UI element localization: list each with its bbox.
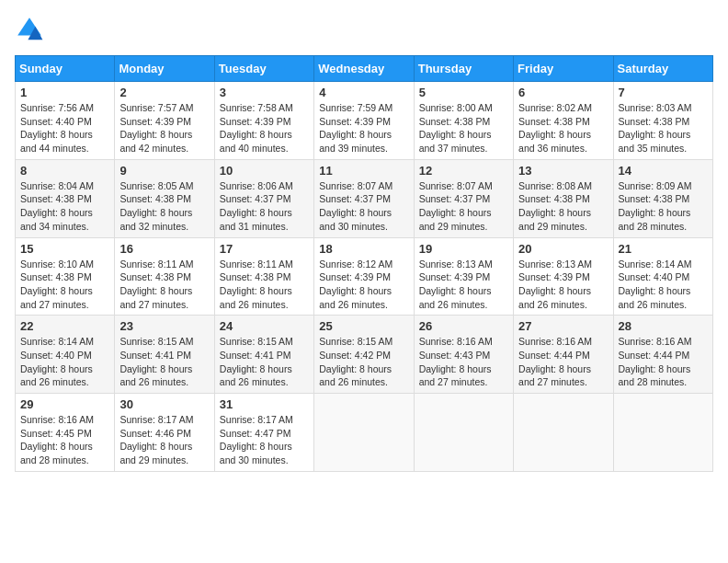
calendar-cell: 7Sunrise: 8:03 AMSunset: 4:38 PMDaylight… (613, 82, 712, 160)
calendar-cell: 17Sunrise: 8:11 AMSunset: 4:38 PMDayligh… (214, 237, 313, 316)
calendar-week-2: 8Sunrise: 8:04 AMSunset: 4:38 PMDaylight… (16, 159, 713, 237)
logo (15, 15, 48, 44)
day-number: 27 (518, 319, 608, 333)
day-number: 14 (619, 164, 708, 178)
calendar-cell: 20Sunrise: 8:13 AMSunset: 4:39 PMDayligh… (514, 237, 613, 316)
day-info: Sunrise: 8:13 AMSunset: 4:39 PMDaylight:… (419, 258, 508, 312)
calendar-cell: 27Sunrise: 8:16 AMSunset: 4:44 PMDayligh… (514, 316, 613, 394)
column-header-wednesday: Wednesday (314, 56, 414, 82)
column-header-sunday: Sunday (16, 56, 115, 82)
day-info: Sunrise: 8:16 AMSunset: 4:45 PMDaylight:… (20, 413, 109, 467)
calendar-cell: 12Sunrise: 8:07 AMSunset: 4:37 PMDayligh… (414, 159, 513, 237)
day-number: 5 (419, 86, 508, 99)
calendar-cell: 10Sunrise: 8:06 AMSunset: 4:37 PMDayligh… (214, 159, 313, 237)
calendar-cell (514, 394, 613, 472)
day-info: Sunrise: 8:16 AMSunset: 4:44 PMDaylight:… (518, 335, 608, 389)
day-info: Sunrise: 8:15 AMSunset: 4:42 PMDaylight:… (319, 335, 408, 389)
day-info: Sunrise: 8:00 AMSunset: 4:38 PMDaylight:… (419, 101, 508, 155)
page-header (15, 15, 713, 44)
day-info: Sunrise: 8:08 AMSunset: 4:38 PMDaylight:… (518, 179, 608, 234)
calendar-cell: 21Sunrise: 8:14 AMSunset: 4:40 PMDayligh… (613, 237, 712, 316)
day-number: 15 (20, 242, 109, 256)
day-number: 12 (419, 164, 508, 178)
calendar-header-row: SundayMondayTuesdayWednesdayThursdayFrid… (16, 56, 713, 82)
calendar-cell: 9Sunrise: 8:05 AMSunset: 4:38 PMDaylight… (115, 159, 214, 237)
day-number: 20 (518, 242, 608, 256)
day-info: Sunrise: 8:15 AMSunset: 4:41 PMDaylight:… (220, 335, 309, 389)
calendar-cell: 4Sunrise: 7:59 AMSunset: 4:39 PMDaylight… (314, 82, 414, 160)
column-header-saturday: Saturday (613, 56, 712, 82)
calendar-cell: 14Sunrise: 8:09 AMSunset: 4:38 PMDayligh… (613, 159, 712, 237)
day-number: 22 (20, 319, 109, 333)
calendar-cell: 3Sunrise: 7:58 AMSunset: 4:39 PMDaylight… (214, 82, 313, 160)
day-number: 24 (220, 319, 309, 333)
calendar-cell: 1Sunrise: 7:56 AMSunset: 4:40 PMDaylight… (16, 82, 115, 160)
calendar-cell (314, 394, 414, 472)
day-info: Sunrise: 8:17 AMSunset: 4:46 PMDaylight:… (119, 413, 209, 467)
calendar-cell: 26Sunrise: 8:16 AMSunset: 4:43 PMDayligh… (414, 316, 513, 394)
calendar-week-5: 29Sunrise: 8:16 AMSunset: 4:45 PMDayligh… (16, 394, 713, 472)
calendar-cell (613, 394, 712, 472)
day-number: 25 (319, 319, 408, 333)
day-info: Sunrise: 8:07 AMSunset: 4:37 PMDaylight:… (419, 179, 508, 234)
calendar-cell: 19Sunrise: 8:13 AMSunset: 4:39 PMDayligh… (414, 237, 513, 316)
calendar-cell: 13Sunrise: 8:08 AMSunset: 4:38 PMDayligh… (514, 159, 613, 237)
day-info: Sunrise: 8:04 AMSunset: 4:38 PMDaylight:… (20, 179, 109, 234)
day-number: 28 (619, 319, 708, 333)
calendar-cell: 6Sunrise: 8:02 AMSunset: 4:38 PMDaylight… (514, 82, 613, 160)
day-number: 29 (20, 397, 109, 411)
day-info: Sunrise: 8:11 AMSunset: 4:38 PMDaylight:… (119, 258, 209, 312)
calendar-table: SundayMondayTuesdayWednesdayThursdayFrid… (15, 55, 713, 472)
day-number: 10 (220, 164, 309, 178)
day-info: Sunrise: 8:06 AMSunset: 4:37 PMDaylight:… (220, 179, 309, 234)
calendar-cell: 29Sunrise: 8:16 AMSunset: 4:45 PMDayligh… (16, 394, 115, 472)
logo-icon (15, 15, 44, 44)
calendar-cell: 31Sunrise: 8:17 AMSunset: 4:47 PMDayligh… (214, 394, 313, 472)
day-number: 23 (119, 319, 209, 333)
column-header-monday: Monday (115, 56, 214, 82)
calendar-cell: 25Sunrise: 8:15 AMSunset: 4:42 PMDayligh… (314, 316, 414, 394)
calendar-cell: 28Sunrise: 8:16 AMSunset: 4:44 PMDayligh… (613, 316, 712, 394)
day-number: 26 (419, 319, 508, 333)
day-number: 13 (518, 164, 608, 178)
day-number: 21 (619, 242, 708, 256)
day-info: Sunrise: 8:10 AMSunset: 4:38 PMDaylight:… (20, 258, 109, 312)
day-info: Sunrise: 8:12 AMSunset: 4:39 PMDaylight:… (319, 258, 408, 312)
day-number: 6 (518, 86, 608, 99)
day-info: Sunrise: 8:02 AMSunset: 4:38 PMDaylight:… (518, 101, 608, 155)
day-number: 3 (220, 86, 309, 99)
calendar-cell: 11Sunrise: 8:07 AMSunset: 4:37 PMDayligh… (314, 159, 414, 237)
day-info: Sunrise: 8:13 AMSunset: 4:39 PMDaylight:… (518, 258, 608, 312)
day-info: Sunrise: 7:58 AMSunset: 4:39 PMDaylight:… (220, 101, 309, 155)
day-info: Sunrise: 7:56 AMSunset: 4:40 PMDaylight:… (20, 101, 109, 155)
day-number: 1 (20, 86, 109, 99)
day-number: 31 (220, 397, 309, 411)
day-info: Sunrise: 8:11 AMSunset: 4:38 PMDaylight:… (220, 258, 309, 312)
day-number: 30 (119, 397, 209, 411)
calendar-cell: 8Sunrise: 8:04 AMSunset: 4:38 PMDaylight… (16, 159, 115, 237)
day-number: 9 (119, 164, 209, 178)
calendar-cell (414, 394, 513, 472)
day-info: Sunrise: 8:09 AMSunset: 4:38 PMDaylight:… (619, 179, 708, 234)
day-number: 18 (319, 242, 408, 256)
calendar-cell: 23Sunrise: 8:15 AMSunset: 4:41 PMDayligh… (115, 316, 214, 394)
day-info: Sunrise: 8:16 AMSunset: 4:43 PMDaylight:… (419, 335, 508, 389)
day-number: 19 (419, 242, 508, 256)
calendar-cell: 22Sunrise: 8:14 AMSunset: 4:40 PMDayligh… (16, 316, 115, 394)
day-info: Sunrise: 8:14 AMSunset: 4:40 PMDaylight:… (619, 258, 708, 312)
column-header-tuesday: Tuesday (214, 56, 313, 82)
day-number: 2 (119, 86, 209, 99)
calendar-week-3: 15Sunrise: 8:10 AMSunset: 4:38 PMDayligh… (16, 237, 713, 316)
calendar-week-1: 1Sunrise: 7:56 AMSunset: 4:40 PMDaylight… (16, 82, 713, 160)
day-info: Sunrise: 8:17 AMSunset: 4:47 PMDaylight:… (220, 413, 309, 467)
column-header-friday: Friday (514, 56, 613, 82)
day-number: 17 (220, 242, 309, 256)
day-number: 16 (119, 242, 209, 256)
calendar-cell: 5Sunrise: 8:00 AMSunset: 4:38 PMDaylight… (414, 82, 513, 160)
day-info: Sunrise: 8:03 AMSunset: 4:38 PMDaylight:… (619, 101, 708, 155)
calendar-cell: 15Sunrise: 8:10 AMSunset: 4:38 PMDayligh… (16, 237, 115, 316)
calendar-week-4: 22Sunrise: 8:14 AMSunset: 4:40 PMDayligh… (16, 316, 713, 394)
day-number: 11 (319, 164, 408, 178)
calendar-cell: 2Sunrise: 7:57 AMSunset: 4:39 PMDaylight… (115, 82, 214, 160)
day-info: Sunrise: 8:14 AMSunset: 4:40 PMDaylight:… (20, 335, 109, 389)
